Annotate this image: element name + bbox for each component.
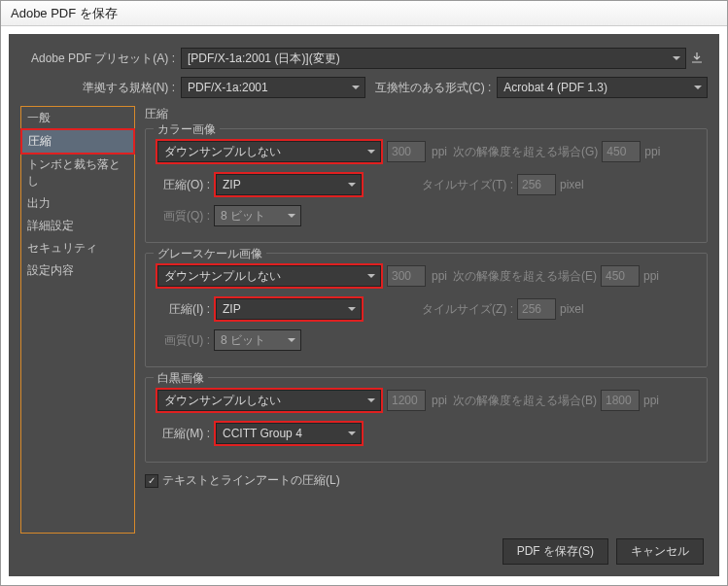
mono-images-group: 白黒画像 ダウンサンプルしない 1200 ppi 次の解像度を超える場合(B) … xyxy=(145,377,708,463)
color-tile-unit: pixel xyxy=(560,178,584,191)
mono-thresh-input[interactable]: 1800 xyxy=(601,390,640,411)
color-quality-select: 8 ビット xyxy=(214,205,301,226)
color-thresh-input[interactable]: 450 xyxy=(602,141,641,162)
compress-text-label: テキストとラインアートの圧縮(L) xyxy=(162,472,340,489)
gray-tile-unit: pixel xyxy=(560,302,584,316)
gray-downsample-select[interactable]: ダウンサンプルしない xyxy=(157,265,381,287)
standard-select[interactable]: PDF/X-1a:2001 xyxy=(181,77,365,98)
mono-thresh-unit: ppi xyxy=(643,394,659,407)
compress-text-checkbox[interactable]: ✓ テキストとラインアートの圧縮(L) xyxy=(145,472,708,489)
mono-comp-label: 圧縮(M) : xyxy=(156,426,210,442)
preset-select[interactable]: [PDF/X-1a:2001 (日本)](変更) xyxy=(181,48,686,69)
mono-comp-select[interactable]: CCITT Group 4 xyxy=(216,423,362,444)
preset-label: Adobe PDF プリセット(A) : xyxy=(20,51,181,67)
gray-tile-label: タイルサイズ(Z) : xyxy=(422,301,513,318)
save-preset-icon[interactable] xyxy=(686,48,708,69)
gray-thresh-input[interactable]: 450 xyxy=(601,265,640,287)
color-downsample-select[interactable]: ダウンサンプルしない xyxy=(157,141,381,162)
sidebar-item-advanced[interactable]: 詳細設定 xyxy=(21,215,134,237)
sidebar-item-general[interactable]: 一般 xyxy=(21,107,134,129)
mono-res-input[interactable]: 1200 xyxy=(387,390,426,411)
compat-label: 互換性のある形式(C) : xyxy=(365,80,497,96)
category-sidebar: 一般 圧縮 トンボと裁ち落とし 出力 詳細設定 セキュリティ 設定内容 xyxy=(20,106,135,534)
color-tile-label: タイルサイズ(T) : xyxy=(422,177,513,193)
main-panel: 圧縮 カラー画像 ダウンサンプルしない 300 ppi 次の解像度を超える場合(… xyxy=(135,106,708,534)
gray-comp-label: 圧縮(I) : xyxy=(156,301,210,318)
color-res-input[interactable]: 300 xyxy=(387,141,426,162)
gray-thresh-label: 次の解像度を超える場合(E) xyxy=(453,268,597,285)
mono-downsample-select[interactable]: ダウンサンプルしない xyxy=(157,390,381,411)
mono-thresh-label: 次の解像度を超える場合(B) xyxy=(453,393,597,409)
sidebar-item-output[interactable]: 出力 xyxy=(21,192,134,215)
gray-legend: グレースケール画像 xyxy=(154,246,266,262)
save-pdf-button[interactable]: PDF を保存(S) xyxy=(503,538,608,565)
gray-images-group: グレースケール画像 ダウンサンプルしない 300 ppi 次の解像度を超える場合… xyxy=(145,253,708,367)
color-images-group: カラー画像 ダウンサンプルしない 300 ppi 次の解像度を超える場合(G) … xyxy=(145,128,708,243)
gray-thresh-unit: ppi xyxy=(643,269,659,283)
mono-legend: 白黒画像 xyxy=(154,370,208,387)
gray-quality-label: 画質(U) : xyxy=(156,332,210,349)
mono-res-unit: ppi xyxy=(432,394,447,407)
gray-tile-input[interactable]: 256 xyxy=(517,298,556,320)
dialog-body: Adobe PDF プリセット(A) : [PDF/X-1a:2001 (日本)… xyxy=(9,34,719,576)
color-comp-select[interactable]: ZIP xyxy=(216,174,362,195)
sidebar-item-security[interactable]: セキュリティ xyxy=(21,237,134,259)
gray-res-unit: ppi xyxy=(432,269,447,283)
color-comp-label: 圧縮(O) : xyxy=(156,177,210,193)
gray-quality-select: 8 ビット xyxy=(214,329,301,351)
standard-label: 準拠する規格(N) : xyxy=(20,80,181,96)
save-pdf-dialog: Adobe PDF を保存 Adobe PDF プリセット(A) : [PDF/… xyxy=(0,0,728,586)
compat-select[interactable]: Acrobat 4 (PDF 1.3) xyxy=(497,77,708,98)
check-icon: ✓ xyxy=(145,474,158,488)
window-title: Adobe PDF を保存 xyxy=(1,1,727,26)
cancel-button[interactable]: キャンセル xyxy=(616,538,704,565)
sidebar-item-marks[interactable]: トンボと裁ち落とし xyxy=(21,154,134,192)
color-thresh-label: 次の解像度を超える場合(G) xyxy=(453,144,598,160)
color-thresh-unit: ppi xyxy=(644,145,660,158)
color-quality-label: 画質(Q) : xyxy=(156,208,210,224)
panel-title: 圧縮 xyxy=(145,106,708,122)
color-legend: カラー画像 xyxy=(154,121,220,138)
sidebar-item-compression[interactable]: 圧縮 xyxy=(20,128,135,155)
gray-comp-select[interactable]: ZIP xyxy=(216,298,362,320)
gray-res-input[interactable]: 300 xyxy=(387,265,426,287)
color-tile-input[interactable]: 256 xyxy=(517,174,556,195)
color-res-unit: ppi xyxy=(432,145,447,158)
sidebar-item-summary[interactable]: 設定内容 xyxy=(21,259,134,282)
